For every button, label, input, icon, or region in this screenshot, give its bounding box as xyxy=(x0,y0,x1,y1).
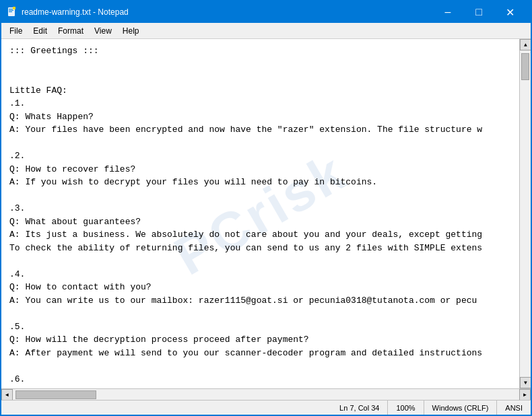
scroll-down-button[interactable]: ▼ xyxy=(520,377,531,388)
scroll-track[interactable] xyxy=(520,50,531,377)
encoding: ANSI xyxy=(497,401,531,415)
text-area[interactable]: PCrisk ::: Greetings ::: Little FAQ: .1.… xyxy=(1,39,519,388)
horizontal-scrollbar[interactable]: ◄ ► xyxy=(1,388,531,400)
notepad-window: readme-warning.txt - Notepad – □ ✕ File … xyxy=(0,0,532,416)
menu-bar: File Edit Format View Help xyxy=(1,23,531,39)
status-bar: Ln 7, Col 34 100% Windows (CRLF) ANSI xyxy=(1,400,531,415)
hscroll-thumb[interactable] xyxy=(15,390,96,399)
notepad-icon xyxy=(7,7,18,18)
content-wrapper: PCrisk ::: Greetings ::: Little FAQ: .1.… xyxy=(1,39,531,388)
window-title: readme-warning.txt - Notepad xyxy=(22,7,432,17)
cursor-position: Ln 7, Col 34 xyxy=(331,401,388,415)
svg-rect-1 xyxy=(9,9,13,9)
svg-rect-2 xyxy=(9,10,13,11)
menu-file[interactable]: File xyxy=(4,25,28,37)
svg-rect-3 xyxy=(9,11,12,12)
menu-format[interactable]: Format xyxy=(53,25,89,37)
title-bar: readme-warning.txt - Notepad – □ ✕ xyxy=(1,1,531,23)
window-controls: – □ ✕ xyxy=(432,1,525,23)
scroll-up-button[interactable]: ▲ xyxy=(520,39,531,50)
menu-edit[interactable]: Edit xyxy=(28,25,53,37)
hscroll-track[interactable] xyxy=(13,389,519,400)
close-button[interactable]: ✕ xyxy=(494,1,525,23)
scroll-thumb[interactable] xyxy=(521,53,529,80)
minimize-button[interactable]: – xyxy=(432,1,463,23)
svg-rect-4 xyxy=(13,7,15,9)
menu-view[interactable]: View xyxy=(89,25,117,37)
scroll-left-button[interactable]: ◄ xyxy=(1,389,13,401)
zoom-level: 100% xyxy=(388,401,424,415)
line-ending: Windows (CRLF) xyxy=(424,401,498,415)
vertical-scrollbar[interactable]: ▲ ▼ xyxy=(519,39,531,388)
text-content: ::: Greetings ::: Little FAQ: .1. Q: Wha… xyxy=(9,44,511,388)
scroll-right-button[interactable]: ► xyxy=(519,389,531,401)
maximize-button[interactable]: □ xyxy=(463,1,494,23)
menu-help[interactable]: Help xyxy=(117,25,145,37)
